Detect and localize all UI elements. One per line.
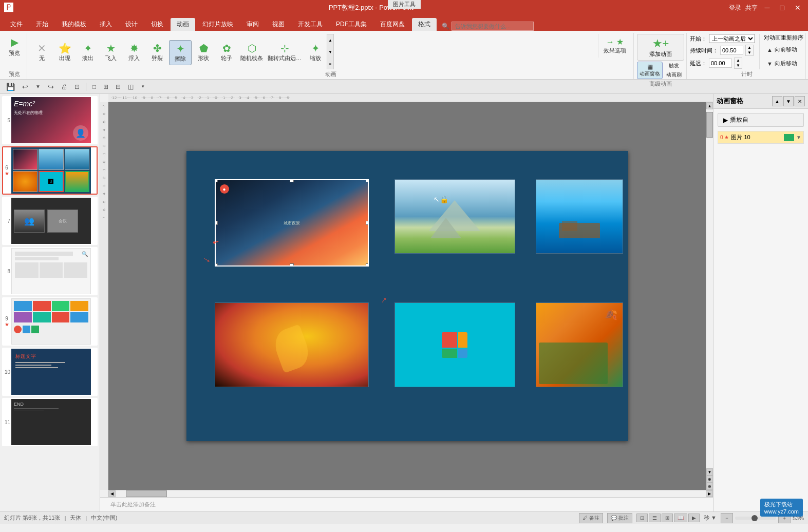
login-btn[interactable]: 登录	[729, 4, 741, 12]
tab-template[interactable]: 我的模板	[55, 18, 92, 31]
slide-thumb-7[interactable]: 7 👥 会议	[2, 197, 98, 245]
scroll-track[interactable]	[706, 109, 713, 468]
duration-down[interactable]: ▼	[746, 50, 753, 55]
anim-fly[interactable]: ★ 飞入	[100, 40, 122, 65]
qa-btn4[interactable]: ◫	[126, 82, 136, 91]
anim-pane-btn[interactable]: ▦ 动画窗格	[637, 62, 663, 79]
anim-wheel[interactable]: ✿ 轮子	[215, 40, 238, 65]
tab-insert[interactable]: 插入	[93, 18, 118, 31]
anim-appear[interactable]: ⭐ 出现	[53, 40, 76, 65]
img-leaf[interactable]	[215, 302, 369, 387]
slide-thumb-11[interactable]: 11 END	[2, 398, 98, 446]
tab-slideshow[interactable]: 幻灯片放映	[196, 18, 239, 31]
slide-thumb-8[interactable]: 8 🔍	[2, 247, 98, 295]
zoom-out-btn[interactable]: －	[721, 513, 733, 523]
duration-up[interactable]: ▲	[746, 45, 753, 50]
undo-btn[interactable]: ↩	[20, 82, 30, 92]
preview-btn[interactable]: ▶ 预览	[4, 34, 25, 59]
delay-input[interactable]	[709, 59, 732, 68]
effect-options-btn[interactable]: → ★ 效果选项	[600, 35, 629, 56]
save-btn[interactable]: 💾	[4, 82, 17, 92]
anim-item-dropdown[interactable]: ▼	[796, 135, 801, 140]
comments-btn[interactable]: 💬 批注	[607, 513, 632, 523]
reading-view-btn[interactable]: 📖	[674, 514, 687, 522]
effects-scroll[interactable]: ▲ ▼ ≡	[327, 34, 334, 69]
tab-developer[interactable]: 开发工具	[292, 18, 329, 31]
add-animation-btn[interactable]: ★+ 添加动画	[637, 34, 684, 61]
delay-spin[interactable]: ▲ ▼	[734, 58, 742, 69]
tab-design[interactable]: 设计	[119, 18, 144, 31]
handle-mr[interactable]	[366, 221, 369, 225]
panel-up-btn[interactable]: ▲	[772, 96, 782, 106]
trigger-btn[interactable]: 触发	[664, 62, 684, 70]
customize-btn[interactable]: ▼	[139, 83, 147, 90]
scroll-up-btn[interactable]: ▲	[706, 102, 713, 109]
handle-tr[interactable]	[366, 179, 369, 182]
search-input[interactable]	[452, 22, 534, 31]
anim-wipe[interactable]: ✦ 擦除	[169, 40, 192, 65]
zoom-slider[interactable]	[735, 517, 776, 520]
handle-ml[interactable]	[215, 221, 218, 225]
handle-tl[interactable]	[215, 179, 218, 182]
tab-start[interactable]: 开始	[30, 18, 54, 31]
slide-thumb-6[interactable]: 6 ★ 🅾	[2, 146, 98, 195]
scroll-left-btn[interactable]: ◀	[108, 490, 116, 497]
tab-format[interactable]: 格式	[412, 18, 437, 31]
move-earlier-btn[interactable]: ▲ 向前移动	[764, 44, 803, 55]
anim-split[interactable]: ✤ 劈裂	[146, 40, 168, 65]
close-btn[interactable]: ✕	[792, 4, 804, 12]
shape-btn[interactable]: □	[90, 82, 98, 91]
notes-area[interactable]: 单击此处添加备注	[100, 497, 713, 511]
handle-bm[interactable]	[290, 263, 294, 267]
fit-width-btn[interactable]: ⊖	[706, 483, 713, 490]
img-autumn[interactable]: 🍂	[536, 302, 623, 387]
duration-input[interactable]	[720, 46, 743, 55]
anim-float[interactable]: ✸ 浮入	[123, 40, 145, 65]
anim-zoom[interactable]: ✦ 缩放	[304, 40, 327, 65]
restore-btn[interactable]: □	[777, 4, 787, 12]
img-sky[interactable]	[536, 179, 623, 254]
panel-down-btn[interactable]: ▼	[783, 96, 794, 106]
anim-fade[interactable]: ✦ 淡出	[77, 40, 99, 65]
share-btn[interactable]: 共享	[745, 4, 758, 12]
tab-view[interactable]: 视图	[266, 18, 291, 31]
tab-transition[interactable]: 切换	[145, 18, 170, 31]
anim-random[interactable]: ⬡ 随机线条	[238, 40, 265, 65]
anim-list-item-0[interactable]: 0 ★ 图片 10 ▼	[718, 131, 804, 144]
handle-bl[interactable]	[215, 263, 218, 267]
notes-btn[interactable]: 🖊 备注	[579, 513, 603, 523]
scroll-h-thumb[interactable]	[126, 490, 167, 497]
img-city[interactable]: 城市夜景 ↺ 0	[215, 179, 369, 267]
slide-thumb-10[interactable]: 10 标题文字	[2, 348, 98, 396]
start-select[interactable]: 上一动画之后	[709, 34, 755, 43]
scroll-down-btn[interactable]: ▼	[706, 468, 713, 476]
scroll-h-track[interactable]	[116, 490, 706, 497]
tab-baidupan[interactable]: 百度网盘	[374, 18, 411, 31]
img-mountain[interactable]: ↖🔒	[394, 179, 515, 254]
panel-close-btn[interactable]: ✕	[795, 96, 805, 106]
tab-review[interactable]: 审阅	[240, 18, 265, 31]
play-all-btn[interactable]: ▶ 播放自	[718, 113, 804, 127]
tab-file[interactable]: 文件	[4, 18, 29, 31]
scroll-v[interactable]: ▲ ▼ ⊕ ⊖	[706, 102, 713, 490]
normal-view-btn[interactable]: ⊡	[636, 514, 648, 522]
minimize-btn[interactable]: ─	[762, 4, 773, 12]
anim-none[interactable]: ✕ 无	[30, 40, 53, 65]
slide-thumb-9[interactable]: 9 ★	[2, 297, 98, 346]
img-office[interactable]	[394, 302, 515, 387]
scroll-thumb[interactable]	[706, 112, 713, 138]
anim-shape[interactable]: ⬟ 形状	[192, 40, 215, 65]
handle-tm[interactable]	[290, 179, 294, 182]
slide-thumb-5[interactable]: 5 E=mc² 无处不在的物理 👤	[2, 96, 98, 144]
screen-btn[interactable]: ⊡	[72, 82, 82, 91]
scroll-right-btn[interactable]: ▶	[706, 490, 713, 497]
arrange-btn[interactable]: ⊞	[101, 82, 110, 91]
outline-view-btn[interactable]: ☰	[649, 514, 661, 522]
scroll-h[interactable]: ◀ ▶	[108, 490, 713, 497]
anim-flip[interactable]: ⊹ 翻转式由远…	[266, 40, 304, 65]
delay-up[interactable]: ▲	[735, 58, 742, 63]
slideshow-btn[interactable]: ▶	[688, 514, 700, 522]
undo-arrow[interactable]: ▼	[33, 83, 43, 90]
tab-animation[interactable]: 动画	[171, 18, 195, 31]
redo-btn[interactable]: ↪	[46, 82, 56, 92]
